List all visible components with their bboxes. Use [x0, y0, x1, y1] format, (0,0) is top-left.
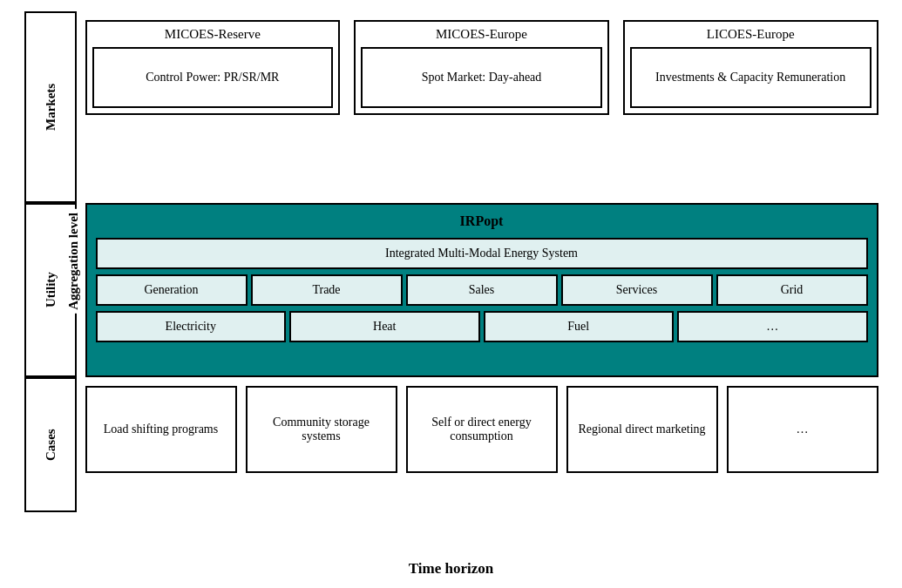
main-content: Markets Utility Cases Aggregation level …	[24, 11, 878, 555]
micoes-europe-box: MICOES-Europe Spot Market: Day-ahead	[354, 20, 609, 115]
micoes-reserve-inner: Control Power: PR/SR/MR	[92, 47, 334, 108]
irpopt-title: IRPopt	[96, 213, 868, 229]
utility-section: IRPopt Integrated Multi-Modal Energy Sys…	[85, 203, 878, 377]
markets-boxes: MICOES-Reserve Control Power: PR/SR/MR M…	[85, 11, 878, 196]
case-community-storage: Community storage systems	[246, 386, 397, 473]
case-regional-marketing: Regional direct marketing	[566, 386, 718, 473]
licoes-europe-inner: Investments & Capacity Remuneration	[630, 47, 871, 108]
utility-row2: Electricity Heat Fuel …	[96, 311, 868, 342]
case-load-shifting: Load shifting programs	[85, 386, 237, 473]
utility-row1: Generation Trade Sales Services Grid	[96, 274, 868, 306]
time-horizon-label: Time horizon	[409, 560, 493, 578]
cases-section: Load shifting programs Community storage…	[85, 377, 878, 512]
micoes-reserve-title: MICOES-Reserve	[165, 27, 261, 42]
utility-cell-sales: Sales	[406, 274, 558, 306]
utility-cell-ellipsis: …	[677, 311, 868, 342]
right-content: MICOES-Reserve Control Power: PR/SR/MR M…	[85, 11, 878, 555]
utility-cell-trade: Trade	[251, 274, 403, 306]
micoes-europe-inner: Spot Market: Day-ahead	[361, 47, 602, 108]
aggregation-level-container: Aggregation level	[61, 11, 87, 512]
micoes-europe-title: MICOES-Europe	[436, 27, 527, 42]
markets-section: MICOES-Reserve Control Power: PR/SR/MR M…	[85, 11, 878, 203]
utility-cell-generation: Generation	[96, 274, 248, 306]
case-self-consumption: Self or direct energy consumption	[406, 386, 558, 473]
utility-cell-heat: Heat	[289, 311, 480, 342]
utility-cell-fuel: Fuel	[484, 311, 675, 342]
utility-cell-electricity: Electricity	[96, 311, 287, 342]
utility-cell-grid: Grid	[716, 274, 868, 306]
licoes-europe-title: LICOES-Europe	[707, 27, 795, 42]
integrated-box: Integrated Multi-Modal Energy System	[96, 238, 868, 269]
utility-cell-services: Services	[561, 274, 713, 306]
diagram-wrapper: Markets Utility Cases Aggregation level …	[24, 11, 878, 578]
aggregation-label: Aggregation level	[64, 209, 83, 314]
case-ellipsis: …	[727, 386, 878, 473]
micoes-reserve-box: MICOES-Reserve Control Power: PR/SR/MR	[85, 20, 341, 115]
licoes-europe-box: LICOES-Europe Investments & Capacity Rem…	[623, 20, 878, 115]
